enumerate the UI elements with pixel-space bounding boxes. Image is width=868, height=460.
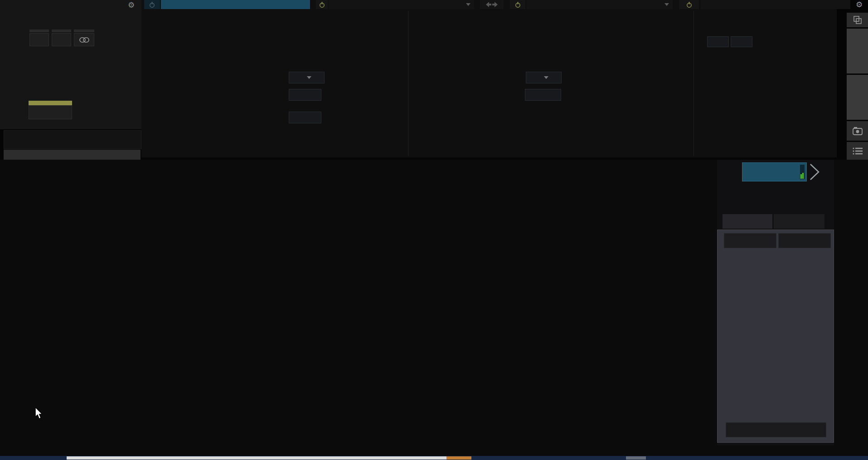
mix-list-panel (717, 230, 834, 443)
gate-key-listen-button[interactable] (289, 89, 321, 101)
phantom-48v-button[interactable] (29, 33, 49, 46)
phantom-indicator (29, 29, 49, 32)
mix-select-panel (717, 160, 834, 445)
power-icon (149, 2, 155, 8)
gate-key-source-select[interactable] (289, 72, 325, 83)
comp-key-source-select[interactable] (526, 72, 562, 83)
phase-indicator (52, 29, 71, 32)
main-mix-meter (800, 165, 805, 179)
copy-mix-button[interactable] (726, 422, 826, 437)
channel-detail-panel: ⚙ (0, 0, 141, 129)
swap-processors-button[interactable] (480, 0, 504, 9)
link-icon (79, 37, 89, 43)
comp-key-listen-button[interactable] (525, 89, 561, 101)
link-indicator (74, 29, 94, 32)
main-assign-indicator (29, 101, 72, 105)
h-scrollbar-thumb[interactable] (67, 456, 446, 460)
h-scrollbar[interactable] (0, 456, 868, 460)
scene-icon (853, 127, 863, 135)
processing-panel (141, 0, 837, 157)
compressor-power-button[interactable] (316, 0, 328, 9)
copy-layers-icon (853, 15, 862, 24)
section-divider (408, 11, 408, 156)
comp-auto-button[interactable] (707, 36, 729, 47)
chevron-right-icon (809, 163, 820, 181)
comp-soft-button[interactable] (731, 36, 752, 47)
mix-masters-button[interactable] (724, 233, 776, 248)
mouse-cursor (34, 407, 43, 419)
channel-panel-footer (4, 130, 141, 149)
next-mix-chevron[interactable] (809, 163, 820, 181)
fx-rail-button[interactable] (847, 75, 868, 120)
equalizer-power-button[interactable] (510, 0, 525, 9)
main-mix-button[interactable] (742, 162, 807, 181)
chevron-down-icon[interactable] (664, 3, 669, 6)
tab-equalizer[interactable] (526, 0, 673, 9)
gate-expander-button[interactable] (289, 112, 321, 123)
tab-limiter[interactable] (701, 0, 850, 9)
chevron-down-icon (544, 76, 548, 79)
stereo-link-button[interactable] (74, 33, 94, 46)
tab-compressor[interactable] (329, 0, 474, 9)
tab-mixes[interactable] (723, 214, 772, 229)
power-icon (515, 2, 521, 8)
list-icon (853, 147, 863, 155)
section-divider (693, 11, 694, 156)
gate-power-button[interactable] (144, 0, 160, 9)
tab-groups[interactable] (774, 214, 824, 229)
main-assign-button[interactable] (29, 105, 72, 119)
power-icon (686, 2, 692, 8)
phase-invert-button[interactable] (52, 33, 71, 46)
geq-rail-button[interactable] (847, 29, 868, 73)
chevron-down-icon (307, 76, 311, 79)
h-scrollbar-marker-gray (626, 456, 646, 460)
mixer-app: ⚙ (0, 0, 868, 460)
exit-filter-button[interactable] (778, 233, 831, 248)
swap-arrows-icon (486, 2, 498, 7)
list-rail-button[interactable] (847, 142, 868, 160)
power-icon (319, 2, 325, 8)
tab-gate[interactable] (161, 0, 310, 9)
settings-gear-icon[interactable]: ⚙ (856, 1, 863, 9)
multiview-button[interactable] (847, 13, 868, 27)
limiter-power-button[interactable] (679, 0, 699, 9)
channel-settings-gear-icon[interactable]: ⚙ (128, 1, 135, 9)
chevron-down-icon[interactable] (466, 3, 470, 6)
scene-rail-button[interactable] (847, 121, 868, 141)
h-scrollbar-marker-orange (446, 456, 471, 460)
